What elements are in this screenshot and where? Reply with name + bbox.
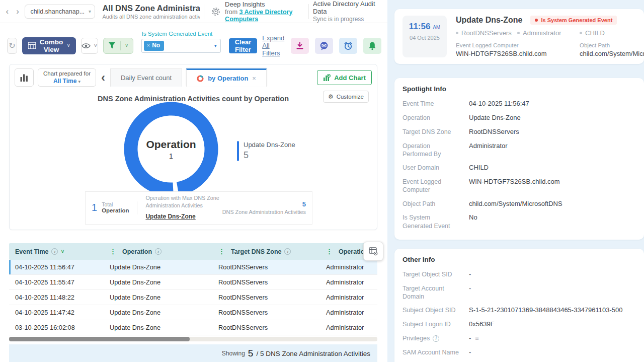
other-info-card: Other Info Target Object SID- Target Acc… (394, 249, 644, 362)
attribute-domain: CHILD (585, 29, 605, 37)
column-header-target-dns-zone[interactable]: ⋮ Target DNS Zone i (212, 248, 320, 255)
domain-selector[interactable]: child.shanchanap... ▾ (25, 5, 95, 19)
grid-icon (28, 42, 36, 49)
divider (308, 4, 309, 19)
logged-computer-label: Event Logged Computer (456, 42, 580, 48)
info-icon[interactable]: i (284, 248, 291, 255)
event-time-box: 11:56 AM 04 Oct 2025 (403, 16, 447, 57)
close-tab-icon[interactable]: × (252, 75, 256, 82)
expand-all-filters-link[interactable]: Expand All Filters (262, 34, 286, 57)
donut-chart-icon (197, 75, 204, 82)
table-row[interactable]: 04-10-2025 11:48:22 Update Dns-Zone Root… (9, 290, 377, 305)
column-header-event-time[interactable]: Event Time i ˅ (9, 248, 104, 255)
info-icon[interactable]: i (433, 335, 439, 342)
info-row: OperationUpdate Dns-Zone (403, 114, 636, 122)
combo-view-label: Combo View (40, 38, 63, 53)
column-label: Operation (122, 248, 152, 255)
cell-target-dns-zone: RootDNSServers (212, 324, 320, 331)
horizontal-scrollbar[interactable] (9, 337, 377, 341)
cell-operation: Update Dns-Zone (104, 263, 212, 271)
cell-target-dns-zone: RootDNSServers (212, 278, 320, 286)
table-row[interactable]: 03-10-2025 16:02:08 Update Dns-Zone Root… (9, 320, 377, 335)
cell-operation-performed-by: Administrator (320, 309, 377, 316)
info-value: RootDNSServers (469, 128, 519, 136)
feedback-comment-button[interactable] (315, 38, 333, 54)
cell-event-time: 04-10-2025 11:55:47 (9, 278, 104, 286)
tab-scroll-left-icon[interactable]: ‹ (100, 71, 106, 84)
sort-desc-icon[interactable]: ˅ (61, 249, 64, 254)
showing-label: Showing (222, 350, 245, 357)
info-row: Object Pathchild.com/System/MicrosoftDNS (403, 200, 636, 208)
page-title: All DNS Zone Administration Ev (102, 4, 200, 13)
filter-select[interactable]: × No ▾ (141, 39, 221, 53)
system-generated-badge: Is System Generated Event (530, 16, 617, 25)
clear-filter-button[interactable]: Clear Filter (229, 38, 258, 53)
column-header-operation[interactable]: ⋮ Operation i (104, 248, 212, 255)
column-menu-icon[interactable]: ⋮ (110, 248, 116, 255)
table-row[interactable]: 04-10-2025 11:56:47 Update Dns-Zone Root… (9, 260, 377, 275)
chart-legend[interactable]: Update Dns-Zone 5 (237, 141, 295, 161)
cell-event-time: 04-10-2025 11:56:47 (9, 263, 104, 271)
filter-button[interactable]: ˅ (103, 38, 133, 54)
tab-label: by Operation (208, 75, 248, 82)
cell-target-dns-zone: RootDNSServers (212, 263, 320, 271)
activity-count-value: 5 (222, 200, 306, 209)
export-download-button[interactable] (291, 38, 309, 54)
customize-label: Customize (337, 94, 364, 100)
funnel-icon (108, 42, 116, 49)
combo-view-button[interactable]: Combo View ˅ (22, 37, 76, 54)
info-label: Operation (403, 114, 430, 122)
time-range-button[interactable]: Chart prepared for All Time ▾ (38, 68, 96, 87)
info-label: User Domain (403, 164, 439, 172)
refresh-button[interactable]: ↻ (7, 38, 17, 54)
tab-by-operation[interactable]: by Operation × (186, 68, 267, 87)
nav-back-button[interactable]: ‹ (4, 7, 11, 17)
chevron-down-icon: ˅ (67, 43, 70, 48)
cell-target-dns-zone: RootDNSServers (212, 294, 320, 301)
nav-forward-button[interactable]: › (15, 7, 21, 17)
column-settings-button[interactable] (363, 242, 383, 261)
customize-button[interactable]: ⚙ Customize (323, 91, 369, 103)
privileges-list-icon[interactable]: ≡ (475, 334, 479, 343)
table-row[interactable]: 04-10-2025 11:55:47 Update Dns-Zone Root… (9, 275, 377, 290)
info-value: - (469, 348, 471, 357)
info-icon[interactable]: i (51, 248, 58, 255)
info-value: - (469, 334, 471, 343)
info-row-privileges: Privileges i - ≡ (403, 334, 636, 343)
table-header-row: Event Time i ˅ ⋮ Operation i ⋮ Target DN… (9, 243, 377, 260)
cell-event-time: 04-10-2025 11:47:42 (9, 309, 104, 316)
info-value: WIN-HDTGF7S26SB.child.com (469, 178, 560, 186)
cell-operation: Update Dns-Zone (104, 278, 212, 286)
column-label: Target DNS Zone (231, 248, 281, 255)
chart-type-button[interactable] (15, 68, 34, 87)
info-label: Target DNS Zone (403, 128, 451, 136)
info-label: Target Object SID (403, 270, 452, 278)
info-row: Subject Object SIDS-1-5-21-2301071369-38… (403, 306, 636, 315)
add-chart-button[interactable]: Add Chart (317, 70, 372, 85)
chevron-down-icon: ˅ (94, 42, 98, 49)
scrollbar-thumb[interactable] (9, 337, 190, 341)
table-row[interactable]: 04-10-2025 11:47:42 Update Dns-Zone Root… (9, 305, 377, 320)
bullet-icon (580, 32, 582, 34)
event-detail-panel: 11:56 AM 04 Oct 2025 Update Dns-Zone Is … (387, 0, 644, 362)
object-path-value: child.com/System/MicrosoftD... (580, 50, 644, 57)
cell-operation-performed-by: Administrator (320, 263, 377, 271)
column-menu-icon[interactable]: ⋮ (326, 248, 333, 255)
column-menu-icon[interactable]: ⋮ (218, 248, 225, 255)
notification-bell-button[interactable] (363, 38, 381, 54)
tab-daily-event-count[interactable]: Daily Event count (110, 68, 182, 87)
topbar: ‹ › child.shanchanap... ▾ All DNS Zone A… (0, 0, 387, 23)
info-row: User DomainCHILD (403, 164, 636, 172)
alarm-schedule-button[interactable] (339, 38, 357, 54)
info-row: SAM Account Name- (403, 348, 636, 357)
sync-status-title: Active Directory Audit Data (313, 0, 383, 15)
max-operation-link[interactable]: Update Dns-Zone (145, 213, 195, 220)
gear-icon: ⚙ (328, 93, 334, 100)
showing-total: / 5 DNS Zone Administration Activities (256, 350, 370, 357)
view-options-button[interactable]: ˅ (81, 38, 98, 54)
info-label: Subject Logon ID (403, 320, 451, 328)
column-label: Event Time (15, 248, 48, 255)
chevron-down-icon: ▾ (89, 9, 91, 14)
info-icon[interactable]: i (155, 248, 162, 255)
remove-chip-icon[interactable]: × (147, 42, 150, 48)
